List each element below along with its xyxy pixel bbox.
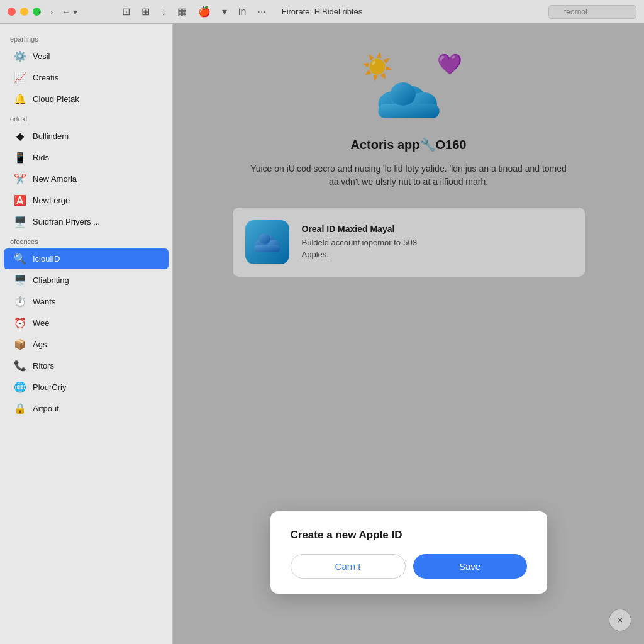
toolbar-icon-2[interactable]: ⊞ bbox=[139, 4, 152, 19]
monitor-icon: 🖥️ bbox=[14, 274, 26, 286]
sidebar-label-creatis: Creatis bbox=[33, 73, 58, 82]
sidebar-item-wants[interactable]: ⏱️ Wants bbox=[4, 291, 169, 312]
sidebar-item-vesil[interactable]: ⚙️ Vesil bbox=[4, 46, 169, 67]
sidebar-item-creatis[interactable]: 📈 Creatis bbox=[4, 67, 169, 88]
phone2-icon: 📞 bbox=[14, 360, 26, 372]
toolbar-icon-apple[interactable]: 🍎 bbox=[196, 4, 213, 19]
sidebar-label-wants: Wants bbox=[33, 297, 55, 306]
close-window-button[interactable] bbox=[8, 8, 16, 16]
window-title: Firorate: HiBidel ribtes bbox=[282, 7, 363, 16]
sidebar-section-ortext: ortext bbox=[0, 110, 172, 125]
sidebar-section-ofeences: ofeences bbox=[0, 233, 172, 248]
back-dropdown-button[interactable]: ← ▾ bbox=[58, 4, 81, 19]
search-input[interactable] bbox=[548, 5, 636, 19]
sidebar-item-wee[interactable]: ⏰ Wee bbox=[4, 313, 169, 333]
sidebar-label-cloud-pletak: Cloud Pletak bbox=[33, 94, 79, 104]
content-area: ☀️ 💜 Actoris app🔧 bbox=[173, 24, 644, 644]
globe-icon: 🌐 bbox=[14, 381, 26, 393]
clock-icon: ⏰ bbox=[14, 317, 26, 329]
nav-buttons: ‹ › ← ▾ bbox=[35, 4, 81, 19]
forward-button[interactable]: › bbox=[47, 4, 57, 19]
sidebar-label-new-lerge: NewLerge bbox=[33, 196, 70, 205]
toolbar-icon-dropdown[interactable]: ▾ bbox=[219, 4, 230, 19]
close-circle-button[interactable]: × bbox=[609, 609, 631, 631]
sidebar-label-plourcriy: PlourCriy bbox=[33, 382, 66, 392]
toolbar-icon-linkedin[interactable]: in bbox=[236, 5, 248, 19]
timer-icon: ⏱️ bbox=[14, 296, 26, 308]
sidebar-item-cliabriting[interactable]: 🖥️ Cliabriting bbox=[4, 270, 169, 291]
sidebar-item-suidfran[interactable]: 🖥️ Suidfran Priyers ... bbox=[4, 211, 169, 232]
dialog-buttons: Carn t Save bbox=[291, 554, 527, 579]
sidebar-label-ags: Ags bbox=[33, 340, 47, 349]
box-icon: 📦 bbox=[14, 338, 26, 350]
sidebar-label-suidfran: Suidfran Priyers ... bbox=[33, 217, 100, 226]
toolbar-icon-grid[interactable]: ▦ bbox=[175, 4, 189, 19]
sidebar: eparlings ⚙️ Vesil 📈 Creatis 🔔 Cloud Ple… bbox=[0, 24, 173, 644]
sidebar-label-cliabriting: Cliabriting bbox=[33, 275, 69, 285]
search-icon: 🔍 bbox=[14, 253, 26, 265]
sidebar-item-cloud-pletak[interactable]: 🔔 Cloud Pletak bbox=[4, 89, 169, 109]
minimize-window-button[interactable] bbox=[20, 8, 28, 16]
sidebar-item-artpout[interactable]: 🔒 Artpout bbox=[4, 398, 169, 419]
dialog-box: Create a new Apple ID Carn t Save bbox=[270, 511, 547, 594]
dialog-title: Create a new Apple ID bbox=[291, 529, 527, 541]
sidebar-label-bullindem: Bullindem bbox=[33, 131, 69, 141]
sidebar-label-wee: Wee bbox=[33, 318, 50, 328]
sidebar-label-ritors: Ritors bbox=[33, 361, 54, 370]
bell-icon: 🔔 bbox=[14, 93, 26, 105]
chart-icon: 📈 bbox=[14, 72, 26, 84]
sidebar-item-ritors[interactable]: 📞 Ritors bbox=[4, 355, 169, 376]
toolbar-right bbox=[548, 5, 636, 19]
back-button[interactable]: ‹ bbox=[35, 4, 45, 19]
scissors-icon: ✂️ bbox=[14, 173, 26, 185]
sidebar-item-new-amoria[interactable]: ✂️ New Amoria bbox=[4, 169, 169, 189]
sidebar-section-eparlings: eparlings bbox=[0, 30, 172, 45]
toolbar-icon-download[interactable]: ↓ bbox=[158, 5, 169, 19]
sidebar-label-vesil: Vesil bbox=[33, 52, 50, 61]
sidebar-label-new-amoria: New Amoria bbox=[33, 174, 77, 184]
sidebar-item-ags[interactable]: 📦 Ags bbox=[4, 334, 169, 355]
desktop-icon: 🖥️ bbox=[14, 216, 26, 228]
sidebar-item-new-lerge[interactable]: 🅰️ NewLerge bbox=[4, 190, 169, 211]
sidebar-label-iclouid: IclouiID bbox=[33, 254, 60, 264]
lock-icon: 🔒 bbox=[14, 402, 26, 414]
cancel-button[interactable]: Carn t bbox=[291, 554, 406, 579]
sidebar-label-artpout: Artpout bbox=[33, 404, 59, 413]
save-button[interactable]: Save bbox=[413, 554, 527, 579]
main-layout: eparlings ⚙️ Vesil 📈 Creatis 🔔 Cloud Ple… bbox=[0, 24, 644, 644]
toolbar-icon-1[interactable]: ⊡ bbox=[119, 4, 133, 19]
titlebar: ‹ › ← ▾ ⊡ ⊞ ↓ ▦ 🍎 ▾ in ··· Firorate: HiB… bbox=[0, 0, 644, 24]
toolbar-icons: ⊡ ⊞ ↓ ▦ 🍎 ▾ in ··· bbox=[119, 4, 269, 19]
sidebar-label-rids: Rids bbox=[33, 153, 49, 162]
toolbar-icon-more[interactable]: ··· bbox=[255, 5, 268, 19]
sidebar-item-plourcriy[interactable]: 🌐 PlourCriy bbox=[4, 377, 169, 397]
sidebar-item-rids[interactable]: 📱 Rids bbox=[4, 147, 169, 168]
font-icon: 🅰️ bbox=[14, 194, 26, 206]
gear-icon: ⚙️ bbox=[14, 50, 26, 62]
sidebar-item-bullindem[interactable]: ◆ Bullindem bbox=[4, 126, 169, 147]
dialog-overlay: Create a new Apple ID Carn t Save bbox=[173, 24, 644, 644]
phone-icon: 📱 bbox=[14, 152, 26, 164]
search-wrapper bbox=[548, 5, 636, 19]
diamond-icon: ◆ bbox=[14, 130, 26, 142]
sidebar-item-iclouid[interactable]: 🔍 IclouiID bbox=[4, 248, 169, 269]
